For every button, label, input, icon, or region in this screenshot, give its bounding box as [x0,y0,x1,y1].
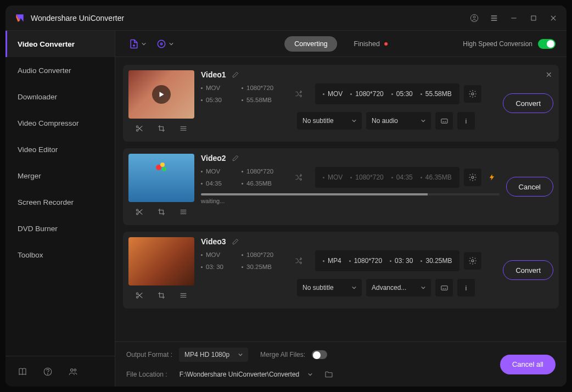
chevron-down-icon [238,352,243,357]
merge-label: Merge All Files: [260,351,305,359]
effects-icon[interactable] [178,123,189,134]
convert-button[interactable]: Convert [503,260,553,280]
cancel-button[interactable]: Cancel [506,177,553,197]
out-resolution: 1080*720 [355,90,383,98]
subtitle-file-icon[interactable] [435,112,453,130]
user-icon[interactable] [470,14,479,23]
sidebar-item-downloader[interactable]: Downloader [5,83,115,110]
cut-icon[interactable] [134,206,145,217]
output-settings[interactable]: MOV 1080*720 05:30 55.58MB [315,83,459,104]
video-card: Video2 MOV 1080*720 04:35 [123,148,559,225]
svg-point-25 [472,93,474,95]
out-duration: 03: 30 [395,257,413,265]
svg-point-47 [472,260,474,262]
cut-icon[interactable] [134,290,145,301]
svg-point-39 [472,176,474,178]
dropdown-value: No subtitle [302,284,334,292]
subtitle-file-icon[interactable] [435,279,453,296]
out-format: MOV [328,90,343,98]
dropdown-value: No subtitle [302,117,334,125]
sidebar-item-video-converter[interactable]: Video Converter [5,31,115,57]
src-resolution: 1080*720 [246,85,273,91]
chevron-down-icon [352,285,356,290]
settings-icon[interactable] [464,85,481,103]
dropdown-value: MP4 HD 1080p [184,351,229,359]
src-format: MOV [206,85,220,91]
menu-icon[interactable] [490,14,498,23]
video-card: Video3 MOV 1080*720 03: 30 [123,232,559,309]
svg-point-32 [136,209,138,211]
svg-point-19 [136,130,138,131]
src-format: MOV [206,168,220,175]
output-settings[interactable]: MP4 1080*720 03: 30 30.25MB [315,250,459,271]
chevron-down-icon [352,119,356,123]
guide-icon[interactable] [18,367,27,377]
merge-toggle[interactable] [312,350,327,359]
cancel-all-button[interactable]: Cancel all [500,355,556,374]
hsc-toggle[interactable] [538,39,556,49]
subtitle-dropdown[interactable]: No subtitle [297,112,362,130]
open-folder-icon[interactable] [324,370,333,379]
button-label: Convert [515,266,541,275]
tab-converting[interactable]: Converting [284,36,337,52]
crop-icon[interactable] [156,123,167,134]
output-format-dropdown[interactable]: MP4 HD 1080p [179,348,248,362]
sidebar-item-audio-converter[interactable]: Audio Converter [5,57,115,83]
card-close-button[interactable]: ✕ [546,70,552,79]
src-size: 55.58MB [246,97,272,103]
out-duration: 04:35 [396,173,413,181]
file-location-dropdown[interactable]: F:\Wondershare UniConverter\Converted [174,367,318,382]
svg-point-18 [136,126,138,127]
help-icon[interactable] [43,367,53,377]
sidebar-item-video-editor[interactable]: Video Editor [5,136,115,163]
main-panel: Converting Finished High Speed Conversio… [115,31,567,387]
effects-icon[interactable] [178,206,189,217]
add-file-button[interactable] [126,36,148,52]
contacts-icon[interactable] [68,367,78,377]
edit-title-icon[interactable] [232,154,239,162]
out-resolution: 1080*720 [355,173,383,181]
add-dvd-button[interactable] [154,36,176,52]
sidebar-item-screen-recorder[interactable]: Screen Recorder [5,189,115,215]
video-title: Video3 [201,237,226,246]
maximize-icon[interactable] [529,14,538,23]
svg-rect-26 [441,119,447,123]
sidebar-item-label: Toolbox [18,251,43,259]
video-thumbnail[interactable] [128,237,194,285]
crop-icon[interactable] [156,290,167,301]
close-icon[interactable] [549,14,558,23]
info-icon[interactable]: i [457,279,475,296]
crop-icon[interactable] [156,206,167,217]
audio-dropdown[interactable]: Advanced... [366,279,431,296]
src-duration: 03: 30 [206,264,223,270]
bottombar: Output Format : MP4 HD 1080p Merge All F… [115,341,567,387]
audio-dropdown[interactable]: No audio [366,112,431,130]
minimize-icon[interactable] [509,14,518,23]
sidebar-item-video-compressor[interactable]: Video Compressor [5,110,115,136]
convert-button[interactable]: Convert [503,93,553,113]
tab-finished[interactable]: Finished [344,40,397,48]
info-icon[interactable]: i [457,112,475,130]
edit-title-icon[interactable] [232,71,239,79]
output-settings[interactable]: MOV 1080*720 04:35 46.35MB [315,167,459,188]
cut-icon[interactable] [134,123,145,134]
svg-point-17 [160,43,162,44]
effects-icon[interactable] [178,290,189,301]
chevron-down-icon [169,42,173,46]
sidebar-item-merger[interactable]: Merger [5,163,115,189]
settings-icon[interactable] [464,169,481,186]
sidebar-item-toolbox[interactable]: Toolbox [5,242,115,268]
video-thumbnail[interactable] [128,70,194,119]
status-text: waiting... [201,198,500,204]
subtitle-dropdown[interactable]: No subtitle [297,279,362,296]
sidebar-item-label: Screen Recorder [18,198,74,206]
svg-point-16 [158,40,165,47]
sidebar: Video Converter Audio Converter Download… [5,31,115,387]
sidebar-item-label: Downloader [18,93,57,101]
settings-icon[interactable] [464,252,481,270]
sidebar-item-dvd-burner[interactable]: DVD Burner [5,215,115,242]
edit-title-icon[interactable] [232,238,239,245]
video-thumbnail[interactable] [128,154,194,202]
svg-point-13 [74,369,76,371]
chevron-down-icon [142,42,146,46]
